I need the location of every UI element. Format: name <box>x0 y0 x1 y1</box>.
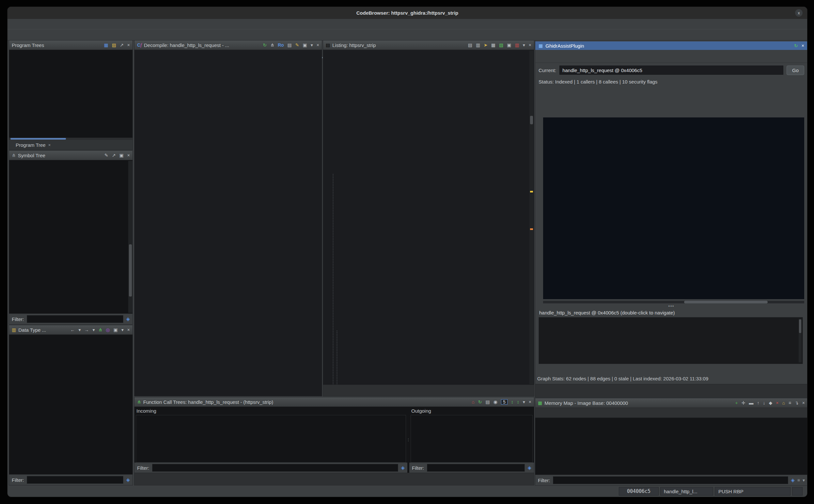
filter-label: Filter: <box>12 477 24 483</box>
filter-icon[interactable]: ◈ <box>126 477 130 483</box>
menu-arrow-icon[interactable]: ▾ <box>121 328 124 332</box>
filter-label: Filter: <box>12 316 24 322</box>
expand-down-icon[interactable]: ↓ <box>763 401 765 405</box>
snapshot-icon[interactable]: ▣ <box>507 43 511 47</box>
cursor-icon[interactable]: ➤ <box>484 43 488 47</box>
program-trees-header[interactable]: Program Trees ▦ ▨ ↗ × <box>9 40 132 50</box>
close-panel-icon[interactable]: × <box>127 153 130 158</box>
export-icon[interactable]: ↴ <box>795 401 799 405</box>
book-icon[interactable]: ▥ <box>515 43 519 47</box>
ring-icon[interactable]: ◎ <box>106 328 110 332</box>
home-icon[interactable]: ⌂ <box>472 400 474 404</box>
memory-map-title: Memory Map - Image Base: 00400000 <box>545 400 628 406</box>
outgoing-references-list[interactable] <box>411 415 533 463</box>
ghidrassist-header[interactable]: ▦ GhidrAssistPlugin ↻× <box>535 41 807 50</box>
listing-title: Listing: httpsrv_strip <box>332 42 376 48</box>
symbol-tree-header[interactable]: ⋔ Symbol Tree ✎ ↗ ▣ × <box>9 151 132 160</box>
symbol-filter-input[interactable] <box>27 315 124 323</box>
filter-settings-icon[interactable]: ≡ <box>797 478 800 482</box>
delete-icon[interactable]: × <box>776 401 778 405</box>
datatype-filter-input[interactable] <box>27 476 124 484</box>
decompile-header[interactable]: Cf Decompile: handle_http_ls_request - .… <box>134 40 322 50</box>
program-tree-hscrollbar[interactable] <box>9 138 132 140</box>
collapse-icon[interactable]: ↕ <box>517 400 519 404</box>
copy-icon[interactable]: ▤ <box>287 43 292 47</box>
summary-box[interactable] <box>539 317 803 364</box>
listing-tabbar <box>323 385 534 396</box>
close-panel-icon[interactable]: × <box>127 328 130 332</box>
paste-icon[interactable]: ▥ <box>476 43 480 47</box>
split-icon[interactable]: ◆ <box>769 401 772 405</box>
memory-filter-input[interactable] <box>553 476 789 484</box>
snapshot-icon[interactable]: ▣ <box>119 153 124 158</box>
close-panel-icon[interactable]: × <box>127 43 130 47</box>
home-icon[interactable]: ⌂ <box>782 401 785 405</box>
listing-body[interactable]: ▼ ▼ <box>323 50 534 385</box>
memory-map-header[interactable]: ▦ Memory Map - Image Base: 00400000 + ✛ … <box>535 398 807 408</box>
expand-up-icon[interactable]: ↑ <box>757 401 759 405</box>
tab-program-tree[interactable]: Program Tree <box>16 142 46 148</box>
refresh-icon[interactable]: ↻ <box>794 43 798 48</box>
jump-flow-line <box>337 330 337 385</box>
edit-icon[interactable]: ✎ <box>104 153 108 158</box>
open-folder-icon[interactable]: ▨ <box>112 43 116 47</box>
listing-scrollbar[interactable] <box>530 51 534 384</box>
filter-gear-icon[interactable]: ◉ <box>494 400 498 404</box>
copy-icon[interactable]: ▤ <box>486 400 490 404</box>
diff-icon[interactable]: ▧ <box>499 43 503 47</box>
filter-icon[interactable]: ◈ <box>791 477 795 483</box>
data-type-tree <box>9 335 132 474</box>
window-close-icon[interactable]: x <box>795 9 803 17</box>
data-type-header[interactable]: ▥ Data Type ... ←▾ →▾ ⋔ ◎ ▣ ▾ × <box>9 325 132 335</box>
graph-splitter-dots[interactable]: ••• <box>535 304 807 309</box>
close-panel-icon[interactable]: × <box>316 43 319 47</box>
incoming-filter-input[interactable] <box>152 464 398 472</box>
expand-icon[interactable]: ↕ <box>511 400 514 404</box>
forward-menu-icon[interactable]: ▾ <box>93 328 95 332</box>
outgoing-filter-input[interactable] <box>427 464 525 472</box>
export-icon[interactable]: ↗ <box>120 43 124 47</box>
refresh-icon[interactable]: ↻ <box>478 400 482 404</box>
filter-menu-icon[interactable]: ▾ <box>803 478 805 482</box>
filter-label: Filter: <box>538 478 550 483</box>
bottom-center-tabbar <box>134 473 534 485</box>
close-panel-icon[interactable]: × <box>529 43 531 47</box>
refresh-icon[interactable]: ↻ <box>263 43 267 47</box>
new-tree-icon[interactable]: ▦ <box>104 43 108 47</box>
depth-badge[interactable]: 5 <box>501 399 508 405</box>
filter-icon[interactable]: ◈ <box>126 316 130 322</box>
graph-hscrollbar[interactable] <box>543 301 804 303</box>
close-panel-icon[interactable]: × <box>529 400 531 404</box>
semantic-graph-canvas[interactable] <box>543 117 804 299</box>
menu-arrow-icon[interactable]: ▾ <box>523 400 525 404</box>
menu-arrow-icon[interactable]: ▾ <box>523 43 525 47</box>
move-block-icon[interactable]: ✛ <box>742 401 745 405</box>
tab-close-icon[interactable]: × <box>48 143 51 147</box>
close-panel-icon[interactable]: × <box>802 401 805 405</box>
current-function-input[interactable] <box>560 66 783 75</box>
fields-icon[interactable]: ▦ <box>491 43 496 47</box>
menu-icon[interactable]: ≡ <box>789 401 791 405</box>
copy-icon[interactable]: ▤ <box>468 43 472 47</box>
layered-icon[interactable]: ▣ <box>114 328 118 332</box>
data-type-filter: Filter: ◈ <box>9 474 132 485</box>
merge-icon[interactable]: ▬ <box>749 401 753 405</box>
fct-header[interactable]: ⋔ Function Call Trees: handle_http_ls_re… <box>134 397 534 407</box>
add-block-icon[interactable]: + <box>735 401 738 405</box>
back-icon[interactable]: ← <box>70 328 75 332</box>
go-button[interactable]: Go <box>787 66 804 75</box>
export-icon[interactable]: ↗ <box>112 153 116 158</box>
filter-icon[interactable]: ◈ <box>401 465 405 471</box>
menu-arrow-icon[interactable]: ▾ <box>311 43 313 47</box>
forward-icon[interactable]: → <box>84 328 89 332</box>
incoming-references-list[interactable] <box>136 415 406 463</box>
snapshot-icon[interactable]: ▣ <box>303 43 307 47</box>
decompile-code[interactable] <box>134 50 322 396</box>
back-menu-icon[interactable]: ▾ <box>79 328 81 332</box>
close-panel-icon[interactable]: × <box>802 43 804 48</box>
filter-icon[interactable]: ◈ <box>528 465 531 471</box>
edit-icon[interactable]: ✎ <box>295 43 299 47</box>
listing-header[interactable]: ▤ Listing: httpsrv_strip ▤ ▥ ➤ ▦ ▧ ▣ ▥ ▾… <box>323 40 534 50</box>
graph-icon[interactable]: ⋔ <box>270 43 274 47</box>
tree-conflate-icon[interactable]: ⋔ <box>99 328 102 332</box>
